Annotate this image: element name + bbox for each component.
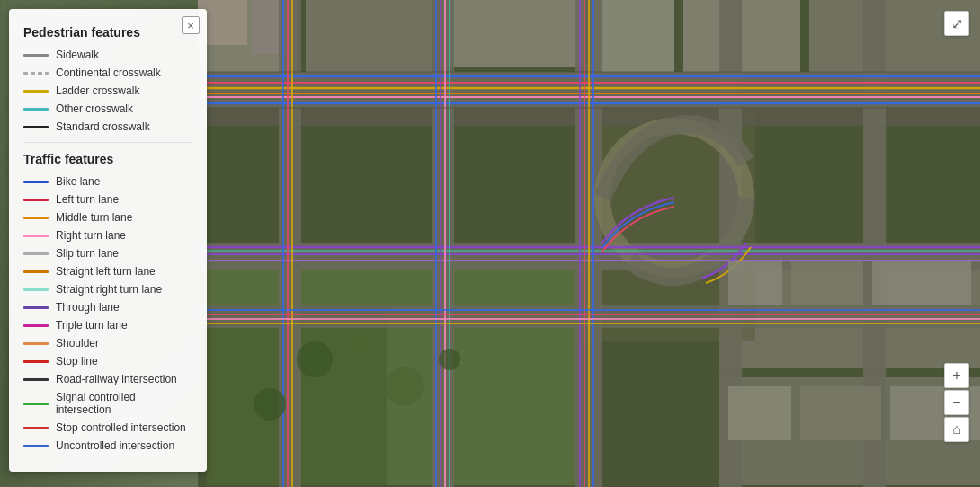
legend-item-label: Shoulder: [56, 337, 99, 350]
legend-item: Shoulder: [23, 337, 192, 350]
legend-item: Sidewalk: [23, 49, 192, 61]
legend-item-label: Road-railway intersection: [56, 373, 177, 385]
svg-rect-19: [432, 0, 454, 487]
svg-rect-56: [728, 261, 782, 305]
legend-item: Continental crosswalk: [23, 66, 192, 79]
legend-item-label: Uncontrolled intersection: [56, 439, 174, 452]
legend-line-swatch: [23, 445, 49, 447]
legend-item: Signal controlled intersection: [23, 391, 192, 416]
legend-line-swatch: [23, 199, 49, 201]
legend-item-label: Other crosswalk: [56, 102, 133, 115]
legend-item-label: Triple turn lane: [56, 319, 128, 332]
legend-item: Straight right turn lane: [23, 283, 192, 296]
legend-item: Stop controlled intersection: [23, 421, 192, 434]
legend-panel: × Pedestrian features SidewalkContinenta…: [9, 9, 207, 472]
expand-button[interactable]: ⤢: [944, 11, 969, 36]
legend-line-swatch: [23, 108, 49, 111]
svg-rect-2: [306, 0, 432, 72]
legend-line-swatch: [23, 126, 49, 128]
legend-item-label: Stop line: [56, 355, 98, 367]
legend-item-label: Right turn lane: [56, 229, 126, 242]
legend-line-swatch: [23, 90, 49, 93]
pedestrian-legend-items: SidewalkContinental crosswalkLadder cros…: [23, 49, 192, 133]
svg-rect-4: [593, 0, 674, 72]
svg-point-51: [297, 341, 333, 377]
legend-line-swatch: [23, 72, 49, 75]
legend-line-swatch: [23, 235, 49, 237]
legend-item-label: Continental crosswalk: [56, 66, 161, 79]
zoom-out-button[interactable]: −: [944, 390, 969, 415]
legend-item: Through lane: [23, 301, 192, 314]
legend-item-label: Left turn lane: [56, 193, 119, 206]
legend-line-swatch: [23, 306, 49, 309]
svg-rect-3: [441, 0, 584, 67]
traffic-section-title: Traffic features: [23, 152, 192, 166]
legend-item: Standard crosswalk: [23, 120, 192, 133]
legend-item-label: Stop controlled intersection: [56, 421, 186, 434]
legend-item-label: Straight left turn lane: [56, 265, 156, 278]
legend-line-swatch: [23, 427, 49, 429]
legend-item: Right turn lane: [23, 229, 192, 242]
legend-item: Other crosswalk: [23, 102, 192, 115]
zoom-in-button[interactable]: +: [944, 363, 969, 388]
legend-line-swatch: [23, 378, 49, 381]
legend-item-label: Sidewalk: [56, 49, 99, 61]
legend-item-label: Through lane: [56, 301, 120, 314]
svg-rect-60: [800, 386, 881, 440]
svg-rect-59: [728, 386, 791, 440]
svg-point-52: [346, 328, 373, 355]
legend-item: Middle turn lane: [23, 211, 192, 224]
traffic-legend-items: Bike laneLeft turn laneMiddle turn laneR…: [23, 175, 192, 452]
pedestrian-section-title: Pedestrian features: [23, 25, 192, 40]
legend-line-swatch: [23, 252, 49, 255]
legend-item-label: Slip turn lane: [56, 247, 119, 260]
expand-control[interactable]: ⤢: [944, 11, 969, 36]
legend-line-swatch: [23, 403, 49, 405]
legend-line-swatch: [23, 270, 49, 273]
section-divider: [23, 142, 192, 143]
zoom-controls[interactable]: + −: [944, 363, 969, 415]
home-control[interactable]: ⌂: [944, 417, 969, 442]
close-button[interactable]: ×: [182, 16, 200, 34]
legend-line-swatch: [23, 181, 49, 183]
legend-item: Uncontrolled intersection: [23, 439, 192, 452]
legend-item: Straight left turn lane: [23, 265, 192, 278]
svg-point-53: [254, 388, 286, 421]
legend-line-swatch: [23, 217, 49, 219]
legend-line-swatch: [23, 54, 49, 57]
legend-line-swatch: [23, 360, 49, 363]
svg-point-54: [385, 367, 424, 406]
legend-item-label: Standard crosswalk: [56, 120, 150, 133]
legend-item-label: Ladder crosswalk: [56, 84, 139, 97]
legend-item-label: Bike lane: [56, 175, 100, 188]
legend-item-label: Middle turn lane: [56, 211, 132, 224]
svg-rect-58: [872, 261, 971, 305]
home-button[interactable]: ⌂: [944, 417, 969, 442]
legend-item: Road-railway intersection: [23, 373, 192, 385]
legend-item: Ladder crosswalk: [23, 84, 192, 97]
legend-item-label: Straight right turn lane: [56, 283, 162, 296]
legend-item: Bike lane: [23, 175, 192, 188]
legend-item: Stop line: [23, 355, 192, 367]
legend-line-swatch: [23, 342, 49, 345]
legend-item: Triple turn lane: [23, 319, 192, 332]
legend-line-swatch: [23, 288, 49, 291]
legend-item-label: Signal controlled intersection: [56, 391, 192, 416]
legend-item: Left turn lane: [23, 193, 192, 206]
legend-line-swatch: [23, 324, 49, 327]
legend-item: Slip turn lane: [23, 247, 192, 260]
svg-rect-57: [791, 261, 863, 305]
svg-point-55: [439, 349, 460, 370]
